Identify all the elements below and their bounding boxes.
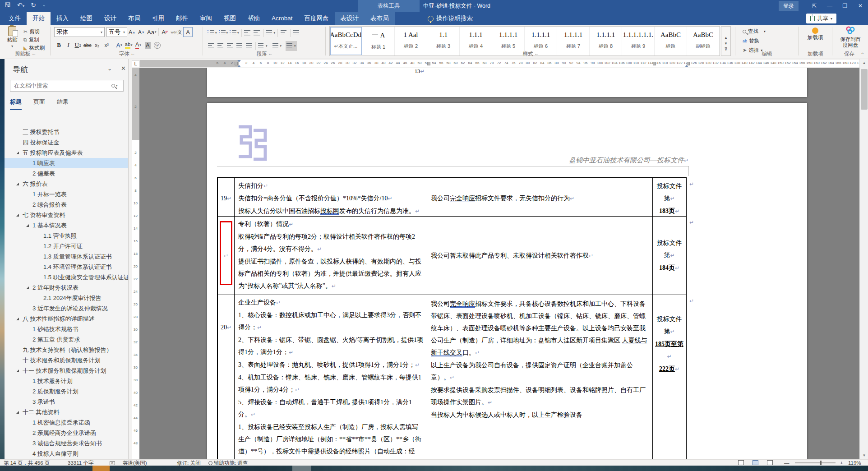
track-changes-indicator[interactable]: 修订: 关闭	[177, 460, 200, 466]
numbering-button[interactable]: ▾	[218, 28, 229, 38]
character-border-button[interactable]: A	[183, 27, 193, 37]
paste-button[interactable]: 粘贴▾	[2, 26, 23, 49]
cell-reference[interactable]: 投标文件第↵184页↵	[653, 217, 686, 295]
grow-font-button[interactable]: A▲	[127, 27, 137, 37]
scroll-up-icon[interactable]: ▲	[860, 59, 868, 67]
nav-item[interactable]: 1 技术服务计划	[5, 376, 129, 386]
nav-item[interactable]: 2.1 2024年度审计报告	[5, 293, 129, 303]
copy-button[interactable]: ⧉复制	[23, 36, 45, 44]
cut-button[interactable]: ✂剪切	[23, 28, 45, 36]
nav-item[interactable]: 2 综合报价表	[5, 199, 129, 210]
change-case-button[interactable]: Aa▾	[146, 27, 157, 37]
zoom-slider[interactable]	[792, 460, 838, 466]
nav-item[interactable]: 4 投标人自律守则	[5, 448, 129, 459]
nav-item[interactable]: 六 报价表	[5, 179, 129, 189]
nav-item[interactable]: 十一 技术服务和质保期服务计划	[5, 365, 129, 376]
navigation-pane-close-icon[interactable]: ✕	[121, 65, 126, 72]
bold-button[interactable]: B	[54, 40, 64, 50]
expand-triangle-icon[interactable]	[16, 183, 19, 185]
nav-item[interactable]: 1 机密信息接受承诺函	[5, 417, 129, 428]
scroll-down-icon[interactable]: ▼	[860, 452, 868, 459]
nav-tab-标题[interactable]: 标题	[10, 98, 22, 110]
word-count[interactable]: 33311 个字	[68, 460, 93, 466]
vertical-ruler[interactable]: 4224681012141618202224262830323436384042…	[132, 68, 139, 459]
borders-button[interactable]: ▾	[286, 41, 297, 51]
nav-tab-页面[interactable]: 页面	[33, 98, 45, 110]
sort-button[interactable]	[279, 28, 289, 38]
paragraph-dialog-launcher[interactable]: ⌙	[269, 52, 272, 56]
replace-button[interactable]: ab替换	[743, 36, 766, 46]
close-button[interactable]: ✕	[853, 0, 868, 12]
horizontal-ruler[interactable]: 6422468101214161820222426283032343638404…	[140, 60, 859, 67]
nav-item[interactable]: 七 资格审查资料	[5, 210, 129, 220]
nav-item[interactable]: 2 偏差表	[5, 168, 129, 179]
nav-item[interactable]: 十二 其他资料	[5, 407, 129, 417]
undo-icon[interactable]: ↶▾	[17, 1, 24, 9]
tab-绘图[interactable]: 绘图	[74, 12, 98, 25]
tab-邮件[interactable]: 邮件	[170, 12, 194, 25]
print-layout-icon[interactable]	[753, 460, 760, 466]
nav-item[interactable]: 1.5 职业健康安全管理体系认证证书	[5, 272, 129, 282]
enclose-characters-button[interactable]: 字	[152, 40, 162, 50]
cell-index[interactable]: 19↵	[218, 178, 235, 219]
document-canvas[interactable]: 13↵ 盘锦中亚石油技术有限公司—投标文件↵ 19↵失信扣分↵失信扣分=商务分值…	[139, 68, 859, 459]
save-icon[interactable]: 🖫	[5, 1, 11, 9]
customize-qat-icon[interactable]: ⌄	[42, 3, 46, 7]
minimize-button[interactable]: —	[822, 0, 837, 12]
navigation-pane-options-icon[interactable]: ⌄	[107, 65, 112, 72]
nav-item[interactable]: 2 近年财务状况表	[5, 282, 129, 293]
hanging-indent-marker[interactable]	[237, 65, 241, 67]
character-shading-button[interactable]: A	[143, 40, 152, 50]
tab-Acrobat[interactable]: Acrobat	[266, 12, 299, 25]
show-marks-button[interactable]	[292, 28, 301, 38]
document-table[interactable]: 19↵失信扣分↵失信扣分=商务分值（不含报价分值）*10%*失信分/10↵投标人…	[217, 177, 687, 459]
nav-item[interactable]: 1 开标一览表	[5, 189, 129, 199]
nav-item[interactable]: 1.3 质量管理体系认证证书	[5, 251, 129, 262]
document-search-input[interactable]	[10, 83, 111, 89]
cell-reference[interactable]: 投标文件第↵185页至第↵222页↵	[653, 295, 686, 459]
expand-triangle-icon[interactable]	[26, 286, 29, 289]
table-row[interactable]: 19↵失信扣分↵失信扣分=商务分值（不含报价分值）*10%*失信分/10↵投标人…	[218, 178, 686, 217]
cell-criteria[interactable]: 失信扣分↵失信扣分=商务分值（不含报价分值）*10%*失信分/10↵投标人失信分…	[235, 178, 427, 219]
nav-item[interactable]: 1 基本情况表	[5, 220, 129, 231]
zoom-out-button[interactable]: —	[784, 460, 790, 466]
tab-表设计[interactable]: 表设计	[335, 12, 365, 25]
strikethrough-button[interactable]: abc	[83, 40, 92, 50]
vertical-scrollbar[interactable]: ▲ ▼	[859, 59, 868, 459]
decrease-indent-button[interactable]	[243, 28, 253, 38]
tab-帮助[interactable]: 帮助	[242, 12, 266, 25]
nav-item[interactable]: 3 近年发生的诉讼及仲裁情况	[5, 303, 129, 314]
nav-item[interactable]: 1 响应表	[5, 158, 129, 168]
tab-文件[interactable]: 文件	[3, 12, 27, 25]
font-size-combo[interactable]: 五号▾	[106, 27, 127, 37]
nav-item[interactable]: 四 投标保证金	[5, 137, 129, 148]
proofing-icon[interactable]	[110, 460, 115, 466]
justify-button[interactable]	[235, 41, 245, 51]
cell-criteria[interactable]: 专利（软著）情况↵取得砂锚产品专利的每项2分；取得设计相关软件著作权的每项2分，…	[235, 217, 427, 295]
font-name-combo[interactable]: 宋体▾	[54, 27, 105, 37]
accessibility-indicator[interactable]: 辅助功能: 调查	[208, 460, 248, 466]
nav-tab-结果[interactable]: 结果	[57, 98, 69, 110]
nav-item[interactable]: 十 技术服务和质保期服务计划	[5, 355, 129, 365]
tab-设计[interactable]: 设计	[98, 12, 122, 25]
first-line-indent-marker[interactable]	[237, 60, 241, 62]
cell-criteria[interactable]: 企业生产设备↵1、核心设备：数控机床或加工中心，满足以上要求得3分，否则不得分；…	[235, 295, 427, 459]
share-button[interactable]: 共享 ▾	[806, 14, 836, 23]
subscript-button[interactable]: x₂	[92, 40, 102, 50]
web-layout-icon[interactable]	[767, 460, 775, 466]
language-indicator[interactable]: 英语(美国)	[123, 460, 147, 466]
tab-表布局[interactable]: 表布局	[365, 12, 395, 25]
zoom-in-button[interactable]: +	[840, 460, 843, 466]
cell-response[interactable]: 我公司暂未取得此产品专利、未取得设计相关软件著作权↵	[427, 217, 653, 295]
expand-triangle-icon[interactable]	[16, 214, 19, 217]
bullets-button[interactable]: ▾	[207, 28, 218, 38]
asian-layout-button[interactable]: ▾	[265, 28, 277, 38]
table-row[interactable]: 20↵企业生产设备↵1、核心设备：数控机床或加工中心，满足以上要求得3分，否则不…	[218, 295, 686, 459]
multilevel-list-button[interactable]: ▾	[229, 28, 240, 38]
addins-button[interactable]: 加载项	[805, 26, 826, 41]
read-mode-icon[interactable]	[738, 460, 746, 466]
nav-item[interactable]: 2 亲属经商办企业承诺函	[5, 428, 129, 438]
tab-开始[interactable]: 开始	[27, 12, 51, 25]
expand-triangle-icon[interactable]	[16, 152, 19, 154]
tab-插入[interactable]: 插入	[51, 12, 74, 25]
